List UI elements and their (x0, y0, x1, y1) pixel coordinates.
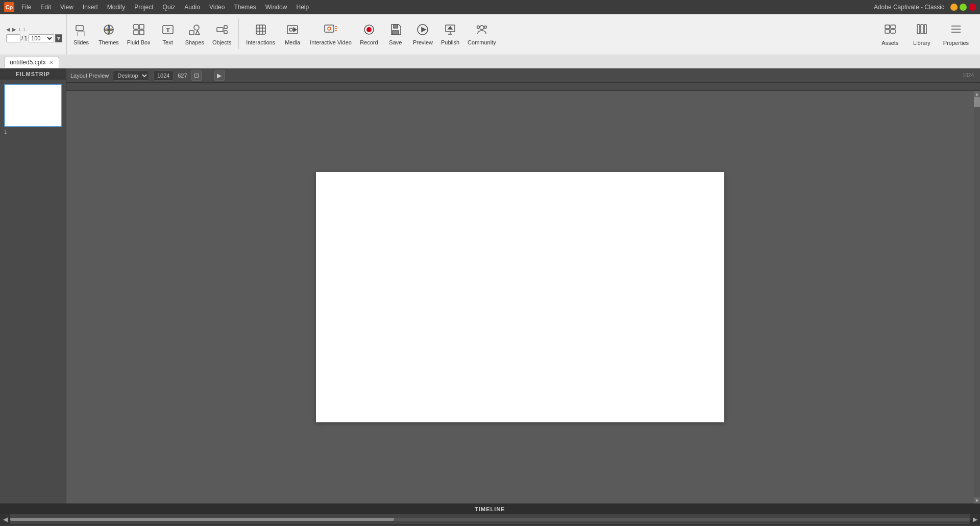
mode-display: Adobe Captivate - Classic (874, 4, 944, 11)
tab-file[interactable]: untitled5.cptx ✕ (4, 57, 59, 68)
layout-preview-label: Layout Preview (70, 73, 109, 79)
svg-rect-3 (134, 25, 138, 29)
menu-modify[interactable]: Modify (103, 3, 129, 12)
properties-button[interactable]: Properties (938, 21, 974, 48)
filmstrip-header: FILMSTRIP (0, 68, 66, 80)
canvas-scroll-wrapper: ▲ ▼ (66, 91, 980, 504)
timeline-scrollbar-thumb (10, 518, 394, 521)
menu-help[interactable]: Help (292, 3, 313, 12)
fluid-box-button[interactable]: Fluid Box (123, 21, 155, 47)
menu-quiz[interactable]: Quiz (159, 3, 180, 12)
record-button[interactable]: Record (356, 21, 382, 47)
status-bar: untitled5.cptx* Filmstrip View X: 1149 Y… (0, 524, 980, 526)
scroll-thumb-area (974, 97, 980, 497)
right-scrollbar[interactable]: ▲ ▼ (974, 91, 980, 504)
record-label: Record (360, 39, 378, 45)
publish-icon (444, 23, 456, 38)
menu-video[interactable]: Video (205, 3, 229, 12)
svg-marker-32 (422, 28, 426, 32)
slide-thumbnail-1[interactable] (4, 84, 62, 127)
library-icon (916, 23, 928, 38)
interactive-video-icon (324, 23, 338, 38)
objects-icon (216, 23, 228, 38)
titlebar-left: Cp File Edit View Insert Modify Project … (4, 2, 313, 12)
app-logo: Cp (4, 2, 14, 12)
page-separator: / (21, 35, 23, 42)
slide-canvas[interactable] (316, 172, 724, 422)
shapes-button[interactable]: Shapes (181, 21, 208, 47)
timeline-track[interactable] (10, 514, 970, 524)
fluid-box-icon (133, 23, 145, 38)
preview-button[interactable]: Preview (409, 21, 437, 47)
zoom-dropdown-btn[interactable]: ▼ (55, 34, 62, 42)
assets-button[interactable]: Assets (875, 21, 905, 48)
minimize-button[interactable]: − (950, 4, 958, 11)
text-button[interactable]: T Text (155, 21, 181, 47)
title-bar: Cp File Edit View Insert Modify Project … (0, 0, 980, 14)
svg-rect-29 (394, 25, 398, 28)
menu-bar: File Edit View Insert Modify Project Qui… (17, 3, 313, 12)
interactive-video-button[interactable]: Interactive Video (306, 21, 356, 47)
close-button[interactable]: × (969, 4, 976, 11)
shapes-icon (188, 23, 201, 38)
maximize-button[interactable]: □ (960, 4, 967, 11)
objects-button[interactable]: Objects (208, 21, 235, 47)
publish-button[interactable]: Publish (437, 21, 463, 47)
canvas-area: Layout Preview Desktop Tablet Mobile 627… (66, 68, 980, 504)
svg-rect-40 (885, 25, 890, 29)
svg-rect-44 (917, 25, 920, 34)
zoom-select[interactable]: 100 75 50 150 (29, 34, 54, 42)
library-button[interactable]: Library (906, 21, 937, 48)
canvas-dimension-sep: 627 (178, 73, 187, 79)
menu-file[interactable]: File (17, 3, 35, 12)
fit-canvas-button[interactable]: ⊡ (191, 70, 202, 81)
interactions-button[interactable]: Interactions (242, 21, 279, 47)
timeline-next-button[interactable]: ▶ (970, 514, 980, 524)
fluid-box-label: Fluid Box (127, 39, 151, 45)
svg-rect-5 (134, 30, 138, 35)
save-button[interactable]: Save (382, 21, 409, 47)
menu-insert[interactable]: Insert (79, 3, 102, 12)
menu-project[interactable]: Project (130, 3, 157, 12)
preview-icon (416, 23, 429, 38)
slides-button[interactable]: Slides (68, 21, 94, 47)
themes-button[interactable]: Themes (94, 21, 123, 47)
canvas-scroll[interactable] (66, 91, 974, 504)
svg-rect-14 (224, 31, 227, 34)
community-button[interactable]: Community (463, 21, 500, 47)
media-button[interactable]: Media (279, 21, 306, 47)
svg-marker-36 (448, 27, 452, 29)
filmstrip-content[interactable]: 1 (0, 80, 66, 504)
main-content: FILMSTRIP 1 Layout Preview Desktop Table… (0, 68, 980, 504)
menu-audio[interactable]: Audio (180, 3, 204, 12)
menu-window[interactable]: Window (261, 3, 291, 12)
layout-dropdown[interactable]: Desktop Tablet Mobile (113, 70, 149, 81)
slide-number-1: 1 (4, 129, 62, 135)
objects-label: Objects (212, 39, 231, 45)
svg-text:T: T (165, 26, 170, 34)
menu-themes[interactable]: Themes (230, 3, 260, 12)
ruler-value: 1024 (963, 73, 974, 78)
themes-label: Themes (99, 39, 119, 45)
svg-point-39 (477, 26, 479, 29)
community-label: Community (468, 39, 496, 45)
window-controls: − □ × (950, 4, 976, 11)
timeline-scroll: ◀ ▶ (0, 514, 980, 524)
svg-rect-22 (325, 25, 334, 32)
save-label: Save (389, 39, 402, 45)
assets-icon (884, 23, 896, 38)
interactions-icon (255, 23, 267, 38)
menu-view[interactable]: View (56, 3, 78, 12)
canvas-width-input[interactable] (153, 70, 174, 81)
tab-close-button[interactable]: ✕ (49, 59, 54, 66)
svg-rect-42 (885, 30, 890, 33)
scroll-down-arrow[interactable]: ▼ (974, 497, 980, 504)
play-button[interactable]: ▶ (214, 70, 225, 81)
timeline-prev-button[interactable]: ◀ (0, 514, 10, 524)
scroll-up-arrow[interactable]: ▲ (974, 91, 980, 97)
filmstrip-title: FILMSTRIP (16, 71, 50, 77)
menu-edit[interactable]: Edit (36, 3, 55, 12)
page-number-input[interactable]: 1 (6, 34, 20, 42)
text-icon: T (162, 23, 174, 38)
svg-rect-13 (224, 26, 227, 29)
